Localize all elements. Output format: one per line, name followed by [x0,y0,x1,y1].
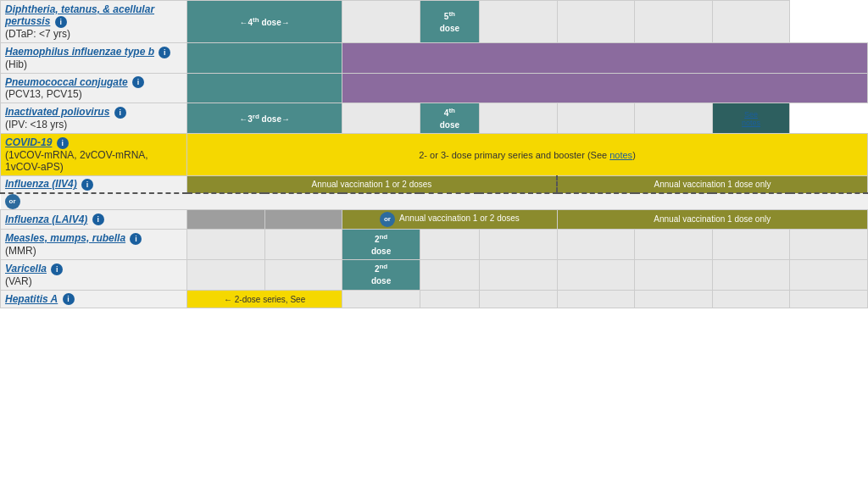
mmr-link[interactable]: Measles, mumps, rubella [5,232,125,244]
dtap-dose5-text: 5thdose [440,12,459,33]
var-empty6 [635,259,713,290]
var-info-icon[interactable]: i [51,263,63,275]
mmr-empty8 [790,229,868,259]
mmr-empty1 [187,229,265,259]
vaccine-dtap-cell: Diphtheria, tetanus, & acellular pertuss… [1,1,187,43]
or-spacer [187,193,868,210]
vaccine-iiv4-cell: Influenza (IIV4) i [1,176,187,193]
dtap-link[interactable]: Diphtheria, tetanus, & acellular pertuss… [5,3,154,27]
hib-link[interactable]: Haemophilus influenzae type b [5,46,154,58]
mmr-empty7 [712,229,790,259]
hepa-link[interactable]: Hepatitis A [5,293,58,305]
dtap-dose5-cell: 5thdose [420,1,479,43]
hepa-empty7 [790,290,868,308]
var-empty7 [712,259,790,290]
hib-purple-cell [342,42,868,73]
var-empty2 [264,259,342,290]
ipv-empty2 [479,103,557,134]
hib-teal-cell [187,42,342,73]
dtap-subtext: (DTaP: <7 yrs) [5,28,70,40]
hepa-empty6 [712,290,790,308]
laiv4-or-badge: or [380,212,395,227]
ipv-empty3 [557,103,635,134]
ipv-link[interactable]: Inactivated poliovirus [5,106,109,118]
dtap-info-icon[interactable]: i [55,16,67,28]
dtap-empty4 [635,1,713,43]
laiv4-annual-right: Annual vaccination 1 dose only [654,214,771,224]
covid-notes-link[interactable]: notes [609,150,632,160]
ipv-see-notes-text[interactable]: Seenotes [742,110,760,127]
ipv-empty4 [635,103,713,134]
ipv-empty1 [342,103,420,134]
vaccine-pcv-cell: Pneumococcal conjugate i (PCV13, PCV15) [1,73,187,103]
ipv-dose3-text: ←3rd dose→ [239,114,290,124]
ipv-dose4-text: 4thdose [440,108,459,130]
ipv-see-notes-cell: Seenotes [712,103,790,134]
laiv4-link[interactable]: Influenza (LAIV4) [5,214,87,225]
hepa-empty3 [479,290,557,308]
iiv4-right-cell: Annual vaccination 1 dose only [557,176,868,193]
mmr-subtext: (MMR) [5,245,36,257]
var-empty4 [479,259,557,290]
laiv4-gray1 [187,209,265,229]
hepa-dose-cell: ← 2-dose series, See [187,290,342,308]
laiv4-annual-left: Annual vaccination 1 or 2 doses [399,214,520,223]
laiv4-gray2 [264,209,342,229]
hepa-empty1 [342,290,420,308]
dtap-empty3 [557,1,635,43]
laiv4-right-cell: Annual vaccination 1 dose only [557,209,868,229]
pcv-info-icon[interactable]: i [132,76,144,88]
or-badge: or [5,194,20,209]
hib-info-icon[interactable]: i [159,47,170,58]
pcv-teal-cell [187,73,342,103]
var-link[interactable]: Varicella [5,263,47,274]
var-empty3 [420,259,479,290]
covid-link[interactable]: COVID-19 [5,136,52,148]
dtap-empty5 [712,1,790,43]
vaccine-hib-cell: Haemophilus influenzae type b i (Hib) [1,42,187,73]
mmr-empty3 [420,229,479,259]
dtap-dose4-cell: ←4th dose→ [187,1,342,43]
laiv4-left-cell: or Annual vaccination 1 or 2 doses [342,209,557,229]
hepa-dose-text: ← 2-dose series, See [224,295,305,304]
ipv-subtext: (IPV: <18 yrs) [5,119,67,130]
vaccine-var-cell: Varicella i (VAR) [1,259,187,290]
var-empty8 [790,259,868,290]
pcv-link[interactable]: Pneumococcal conjugate [5,76,128,88]
mmr-empty2 [264,229,342,259]
iiv4-link[interactable]: Influenza (IIV4) [5,178,77,190]
hepa-info-icon[interactable]: i [63,293,75,305]
dtap-dose4-text: ←4th dose→ [240,18,290,27]
mmr-empty4 [479,229,557,259]
hepa-empty4 [557,290,635,308]
mmr-info-icon[interactable]: i [130,233,142,245]
mmr-empty5 [557,229,635,259]
covid-info-icon[interactable]: i [57,137,69,149]
var-subtext: (VAR) [5,275,32,287]
vaccine-laiv4-cell: Influenza (LAIV4) i [1,209,187,229]
iiv4-info-icon[interactable]: i [81,179,93,191]
iiv4-annual-left: Annual vaccination 1 or 2 doses [312,180,432,189]
var-dose2-cell: 2nddose [342,259,420,290]
vaccine-covid-cell: COVID-19 i (1vCOV-mRNA, 2vCOV-mRNA, 1vCO… [1,134,187,176]
hepa-empty2 [420,290,479,308]
covid-fullspan-cell: 2- or 3- dose primary series and booster… [187,134,868,176]
iiv4-annual-right: Annual vaccination 1 dose only [654,180,771,189]
covid-subtext: (1vCOV-mRNA, 2vCOV-mRNA, 1vCOV-aPS) [5,149,148,173]
iiv4-left-cell: Annual vaccination 1 or 2 doses [187,176,558,193]
var-empty5 [557,259,635,290]
laiv4-info-icon[interactable]: i [92,214,104,225]
pcv-subtext: (PCV13, PCV15) [5,88,82,100]
ipv-dose3-cell: ←3rd dose→ [187,103,342,134]
var-dose2-text: 2nddose [371,264,391,286]
dtap-empty1 [342,1,420,43]
or-separator-cell: or [1,193,187,210]
ipv-dose4-cell: 4thdose [420,103,479,134]
var-empty1 [187,259,265,290]
ipv-info-icon[interactable]: i [114,107,126,119]
vaccine-ipv-cell: Inactivated poliovirus i (IPV: <18 yrs) [1,103,187,134]
covid-description: 2- or 3- dose primary series and booster… [419,150,636,160]
hib-subtext: (Hib) [5,58,27,70]
dtap-empty2 [479,1,557,43]
hepa-empty5 [635,290,713,308]
